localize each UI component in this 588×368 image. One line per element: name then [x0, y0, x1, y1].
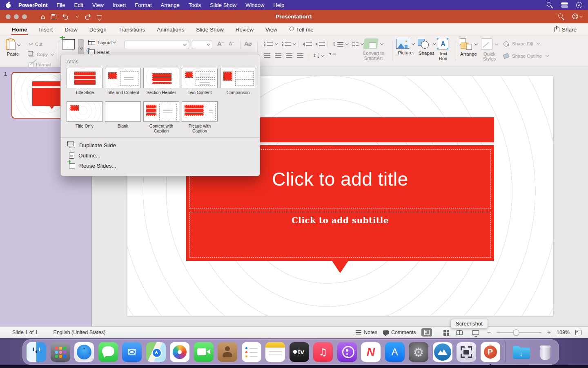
dock-mountain-app-icon[interactable] [433, 342, 452, 362]
dock-downloads-icon[interactable]: ↓ [512, 342, 531, 362]
dock-photos-icon[interactable] [170, 342, 189, 362]
layout-option-picture-with-caption[interactable]: Picture with Caption [182, 101, 218, 133]
tab-home[interactable]: Home [11, 24, 28, 35]
slide-sorter-view-button[interactable] [438, 328, 448, 337]
dock-appletv-icon[interactable]: tv [290, 342, 309, 362]
copy-button[interactable]: Copy [29, 50, 53, 58]
paste-button[interactable]: Paste [6, 39, 20, 56]
tab-slideshow[interactable]: Slide Show [196, 24, 224, 35]
menubar-slideshow[interactable]: Slide Show [210, 2, 236, 8]
dock-mail-icon[interactable]: ✉ [122, 342, 142, 362]
cut-button[interactable]: ✂Cut [29, 40, 42, 48]
layout-option-comparison[interactable]: Comparison [220, 68, 256, 100]
tab-review[interactable]: Review [235, 24, 254, 35]
layout-option-two-content[interactable]: Two Content [182, 68, 218, 100]
dock-reminders-icon[interactable] [242, 342, 261, 362]
menubar-file[interactable]: File [57, 2, 65, 8]
home-icon[interactable]: ⌂ [41, 13, 45, 21]
align-center-button[interactable] [274, 52, 283, 58]
layout-option-content-with-caption[interactable]: Content with Caption [143, 101, 179, 133]
shape-fill-button[interactable]: Shape Fill [503, 41, 539, 46]
dock-powerpoint-icon[interactable]: P [481, 342, 500, 362]
zoom-out-button[interactable]: − [487, 329, 490, 336]
arrange-button[interactable]: Arrange [460, 38, 477, 56]
dock-screenshot-icon[interactable] [457, 342, 476, 362]
zoom-slider-knob[interactable] [513, 330, 519, 336]
dock-safari-icon[interactable] [74, 342, 94, 362]
notes-button[interactable]: Notes [356, 330, 377, 335]
text-direction-button[interactable]: ↕ [311, 52, 325, 59]
spotlight-search-icon[interactable] [547, 2, 553, 8]
minimize-window-button[interactable] [14, 14, 19, 19]
new-slide-button[interactable] [62, 39, 75, 49]
close-window-button[interactable] [6, 14, 11, 19]
shapes-button[interactable]: Shapes [417, 38, 436, 56]
dock-system-settings-icon[interactable]: ⚙ [409, 342, 428, 362]
numbering-button[interactable] [281, 41, 297, 47]
dock-appstore-icon[interactable]: A [385, 342, 405, 362]
dock-finder-icon[interactable] [27, 342, 46, 362]
customize-toolbar-icon[interactable] [97, 15, 102, 19]
justify-button[interactable] [296, 52, 305, 58]
dock-contacts-icon[interactable] [218, 342, 237, 362]
decrease-font-size-button[interactable]: A⁻ [229, 41, 234, 47]
clear-formatting-button[interactable]: A⌀ [244, 40, 252, 47]
menubar-view[interactable]: View [92, 2, 104, 8]
layout-button[interactable]: Layout [88, 40, 116, 45]
font-name-input[interactable] [127, 42, 184, 47]
menubar-edit[interactable]: Edit [74, 2, 83, 8]
align-text-button[interactable] [327, 52, 337, 56]
shape-outline-button[interactable]: Shape Outline [503, 53, 548, 58]
dock-trash-icon[interactable] [535, 342, 555, 362]
fit-slide-to-window-icon[interactable] [575, 330, 581, 335]
zoom-level[interactable]: 109% [557, 330, 570, 335]
siri-icon[interactable] [576, 2, 582, 8]
menubar-tools[interactable]: Tools [189, 2, 201, 8]
text-box-button[interactable]: A TextBox [438, 39, 448, 61]
save-icon[interactable] [51, 14, 56, 19]
control-center-icon[interactable] [561, 2, 568, 8]
dock-messages-icon[interactable] [98, 342, 118, 362]
redo-icon[interactable] [84, 14, 91, 20]
format-painter-button[interactable]: Format [29, 61, 51, 69]
tab-transitions[interactable]: Transitions [118, 24, 146, 35]
font-size-combobox[interactable] [192, 40, 212, 49]
dock-notes-icon[interactable] [265, 342, 285, 362]
dock-news-icon[interactable]: N [361, 342, 381, 362]
slideshow-view-button[interactable] [470, 328, 481, 337]
undo-icon[interactable] [62, 14, 69, 20]
font-size-input[interactable] [195, 42, 207, 47]
reading-view-button[interactable] [454, 328, 465, 337]
line-spacing-button[interactable]: ↕ [331, 41, 350, 47]
titlebar-search-icon[interactable] [558, 13, 564, 20]
tab-design[interactable]: Design [89, 24, 107, 35]
menubar-help[interactable]: Help [273, 2, 284, 8]
dock-launchpad-icon[interactable] [51, 342, 70, 362]
menubar-app-name[interactable]: PowerPoint [18, 2, 48, 8]
tell-me-button[interactable]: Tell me [289, 24, 314, 35]
dock-maps-icon[interactable] [146, 342, 166, 362]
convert-to-smartart-button[interactable]: Convert toSmartArt [363, 38, 384, 61]
layout-option-title-only[interactable]: Title Only [67, 101, 102, 133]
outline-menu-item[interactable]: Outline... [67, 150, 254, 161]
layout-option-title-and-content[interactable]: Title and Content [105, 68, 141, 100]
align-right-button[interactable] [285, 52, 294, 58]
zoom-window-button[interactable] [22, 14, 27, 19]
bullets-button[interactable] [263, 41, 279, 47]
increase-font-size-button[interactable]: A⁻ [217, 40, 224, 47]
tab-view[interactable]: View [265, 24, 278, 35]
zoom-slider[interactable] [497, 332, 541, 333]
layout-option-section-header[interactable]: Section Header [143, 68, 179, 100]
normal-view-button[interactable] [421, 328, 432, 337]
font-name-combobox[interactable] [125, 40, 189, 49]
dock-facetime-icon[interactable] [194, 342, 214, 362]
zoom-in-button[interactable]: + [547, 329, 551, 336]
reuse-slides-menu-item[interactable]: Reuse Slides... [67, 161, 254, 171]
dock-podcasts-icon[interactable] [337, 342, 357, 362]
share-button[interactable]: Share [554, 27, 577, 33]
tab-animations[interactable]: Animations [156, 24, 185, 35]
account-button[interactable]: ☺ [572, 13, 582, 20]
layout-option-blank[interactable]: Blank [105, 101, 141, 133]
menubar-format[interactable]: Format [135, 2, 151, 8]
layout-option-title-slide[interactable]: Title Slide [67, 68, 102, 100]
